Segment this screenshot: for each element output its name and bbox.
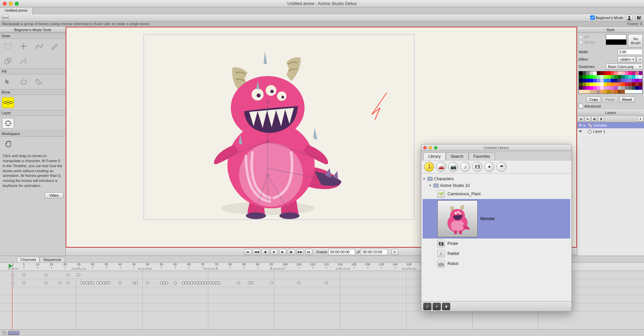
stroke-color-swatch[interactable] xyxy=(606,40,627,45)
swatch-cell[interactable] xyxy=(604,90,607,93)
swatch-cell[interactable] xyxy=(607,82,611,86)
category-video-icon[interactable]: 🎞 xyxy=(472,162,482,172)
keyframe[interactable] xyxy=(251,281,254,284)
library-apply-button[interactable]: ✓ xyxy=(423,303,431,310)
paint-bucket-tool[interactable] xyxy=(33,76,45,87)
swatch-cell[interactable] xyxy=(635,86,639,90)
goto-end-button[interactable]: ⏭ xyxy=(305,249,313,255)
transform-layer-tool[interactable] xyxy=(2,118,14,129)
swatches-dropdown[interactable]: Basic Colors.png xyxy=(606,64,643,70)
swatch-cell[interactable] xyxy=(583,79,586,82)
keyframe[interactable] xyxy=(298,281,301,284)
swatch-cell[interactable] xyxy=(614,79,618,82)
keyframe[interactable] xyxy=(237,281,240,284)
library-titlebar[interactable]: Content Library xyxy=(421,144,572,151)
freehand-tool[interactable] xyxy=(33,41,45,52)
swatch-cell[interactable] xyxy=(586,79,590,82)
swatch-cell[interactable] xyxy=(632,82,636,86)
tool-options-icon[interactable] xyxy=(2,15,9,21)
swatch-cell[interactable] xyxy=(593,86,597,90)
swatch-cell[interactable] xyxy=(579,90,583,93)
swatch-cell[interactable] xyxy=(639,82,643,86)
end-timecode-input[interactable] xyxy=(361,249,388,255)
resize-grip[interactable] xyxy=(2,331,7,335)
swatch-cell[interactable] xyxy=(635,90,639,93)
swatch-cell[interactable] xyxy=(635,79,639,82)
no-brush-button[interactable]: No Brush xyxy=(628,34,643,48)
stop-button[interactable]: ■ xyxy=(270,249,278,255)
new-layer-button[interactable]: ▤ xyxy=(578,116,584,122)
video-button[interactable]: Video xyxy=(45,192,63,198)
keyframe[interactable] xyxy=(91,281,94,284)
play-button[interactable]: ▶ xyxy=(279,249,286,255)
swatch-cell[interactable] xyxy=(614,75,618,79)
swatch-cell[interactable] xyxy=(618,82,622,86)
swatch-cell[interactable] xyxy=(600,75,604,79)
swatch-cell[interactable] xyxy=(628,90,632,93)
keyframe[interactable] xyxy=(135,281,138,284)
category-characters-icon[interactable]: 🏃 xyxy=(424,162,434,172)
folder-characters[interactable]: ▼Characters xyxy=(423,176,570,182)
swatch-cell[interactable] xyxy=(604,75,607,79)
swatch-cell[interactable] xyxy=(625,75,629,79)
swatch-cell[interactable] xyxy=(590,90,593,93)
swatch-cell[interactable] xyxy=(607,75,611,79)
layer-row[interactable]: 👁▸🦴monster xyxy=(577,122,644,128)
swatch-cell[interactable] xyxy=(607,90,611,93)
library-add-button[interactable]: + xyxy=(433,303,441,310)
library-item-rabbit[interactable]: 🐰Rabbit xyxy=(423,249,570,259)
keyframe[interactable] xyxy=(77,273,80,276)
library-item-pirate[interactable]: 🏴‍☠️Pirate xyxy=(423,239,570,249)
advanced-toggle[interactable]: Advanced xyxy=(579,104,643,108)
keyframe[interactable] xyxy=(11,281,14,284)
step-back-button[interactable]: ◀◀ xyxy=(253,249,260,255)
keyframe[interactable] xyxy=(66,273,69,276)
select-tool[interactable] xyxy=(2,41,14,52)
swatch-cell[interactable] xyxy=(625,79,629,82)
swatch-cell[interactable] xyxy=(583,75,586,79)
delete-layer-button[interactable]: 🗑 xyxy=(598,116,604,122)
library-item-carnivorous-plant[interactable]: 🌱Carnivorous_Plant xyxy=(423,189,570,199)
swatch-cell[interactable] xyxy=(625,90,629,93)
keyframe[interactable] xyxy=(108,281,111,284)
folder-anime-studio-10[interactable]: ▼Anime Studio 10 xyxy=(423,182,570,189)
swatch-cell[interactable] xyxy=(600,79,604,82)
swatch-cell[interactable] xyxy=(618,75,622,79)
keyframe[interactable] xyxy=(58,281,61,284)
playhead-icon[interactable] xyxy=(8,263,14,268)
swatch-cell[interactable] xyxy=(586,90,590,93)
swatch-cell[interactable] xyxy=(600,82,604,86)
keyframe[interactable] xyxy=(270,281,273,284)
swatch-cell[interactable] xyxy=(611,82,614,86)
swatch-cell[interactable] xyxy=(590,79,593,82)
swatch-cell[interactable] xyxy=(604,86,607,90)
add-point-tool[interactable] xyxy=(17,41,30,52)
swatch-cell[interactable] xyxy=(621,86,625,90)
swatch-cell[interactable] xyxy=(614,71,618,75)
swatch-cell[interactable] xyxy=(607,79,611,82)
tab-sequencer[interactable]: Sequencer xyxy=(40,257,65,262)
swatch-cell[interactable] xyxy=(611,90,614,93)
document-tab[interactable]: Untitled.anme xyxy=(0,8,33,14)
swatch-cell[interactable] xyxy=(593,79,597,82)
swatch-cell[interactable] xyxy=(639,75,643,79)
swatch-cell[interactable] xyxy=(611,71,614,75)
swatch-cell[interactable] xyxy=(607,71,611,75)
swatch-cell[interactable] xyxy=(611,75,614,79)
swatch-cell[interactable] xyxy=(604,79,607,82)
swatch-cell[interactable] xyxy=(579,86,583,90)
swatch-cell[interactable] xyxy=(597,75,600,79)
keyframe[interactable] xyxy=(11,273,14,276)
keyframe[interactable] xyxy=(325,281,328,284)
keyframe[interactable] xyxy=(146,281,149,284)
swatch-cell[interactable] xyxy=(586,75,590,79)
swatch-cell[interactable] xyxy=(597,82,600,86)
library-item-robot[interactable]: 🤖Robot xyxy=(423,259,570,269)
swatch-palette[interactable] xyxy=(579,71,643,94)
manipulate-bones-tool[interactable] xyxy=(2,97,14,108)
swatch-cell[interactable] xyxy=(618,79,622,82)
swatch-cell[interactable] xyxy=(583,71,586,75)
swatch-cell[interactable] xyxy=(593,82,597,86)
fill-checkbox[interactable] xyxy=(579,35,583,39)
pan-tool[interactable] xyxy=(2,139,14,149)
